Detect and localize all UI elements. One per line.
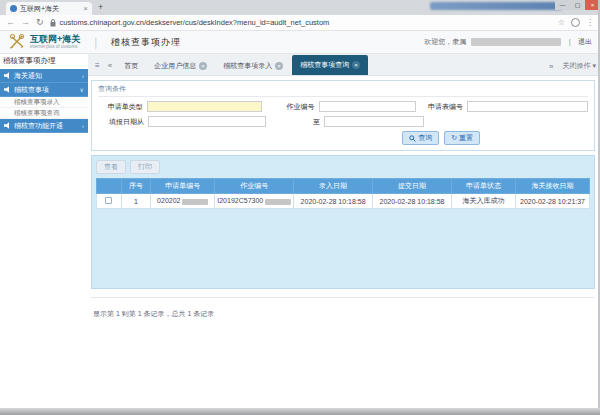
- sidebar-subitem-audit-entry[interactable]: 稽核查事项录入: [0, 97, 88, 108]
- profile-avatar-icon[interactable]: [571, 18, 580, 27]
- minimize-button[interactable]: —: [555, 0, 570, 10]
- site-header: 互联网+海关 internet plus of customs ｜ 稽核查事项办…: [0, 31, 600, 54]
- job-no-label: 作业编号: [262, 102, 319, 112]
- sidebar-subitem-audit-query[interactable]: 稽核查事项查询: [0, 108, 88, 119]
- scroll-tabs-right-icon[interactable]: »: [546, 62, 556, 71]
- column-header: 录入日期: [294, 179, 373, 194]
- date-from-label: 填报日期从: [98, 117, 148, 127]
- browser-tab-title: 互联网+海关: [20, 4, 80, 14]
- view-button[interactable]: 查看: [96, 160, 126, 174]
- apply-no-input[interactable]: [467, 101, 588, 112]
- search-button[interactable]: 查询: [402, 131, 439, 145]
- redacted-titlebar-area: [430, 2, 562, 10]
- maximize-button[interactable]: ▢: [570, 0, 585, 10]
- sidebar-item-customs-notice[interactable]: 海关通知 ‹: [0, 69, 88, 83]
- tab-label: 企业用户信息: [154, 61, 196, 71]
- search-icon: [409, 135, 416, 142]
- form-buttons: 查询 ↻ 重置: [98, 131, 588, 145]
- sidebar-item-audit-function-open[interactable]: 稽核查功能开通 ‹: [0, 119, 88, 133]
- table-row: 1 020202 I20192C57300 2020-02-28 10:18:5…: [97, 194, 590, 209]
- scroll-tabs-left-icon[interactable]: «: [105, 61, 115, 75]
- tab-label: 稽核查事项录入: [223, 61, 272, 71]
- cell-seq: 1: [121, 194, 151, 209]
- tab-close-icon[interactable]: ×: [352, 61, 360, 69]
- reload-icon[interactable]: ↻: [36, 18, 44, 27]
- cell-receive-date: 2020-02-28 10:21:37: [516, 194, 590, 209]
- job-no-input[interactable]: [319, 101, 417, 112]
- sidebar-title: 稽核查事项办理: [0, 54, 88, 69]
- browser-window: 互联网+海关 × + — ▢ × ← → ↻ customs.chinaport…: [0, 0, 600, 415]
- column-header: 提交日期: [373, 179, 452, 194]
- sidebar-item-label: 稽核查事项: [14, 85, 49, 95]
- cell-apply-no: 020202: [151, 194, 215, 209]
- workspace-tabbar: ≡ « 首页 企业用户信息 × 稽核查事项录入 × 稽核查事项查询 ×: [88, 54, 600, 76]
- redacted-username: [471, 38, 561, 46]
- tab-label: 稽核查事项查询: [300, 60, 349, 70]
- redacted-value: [182, 199, 208, 205]
- print-button[interactable]: 打印: [130, 160, 160, 174]
- pagination-text: 显示第 1 到第 1 条记录，总共 1 条记录: [93, 310, 214, 317]
- lock-icon: [50, 19, 56, 27]
- browser-tab[interactable]: 互联网+海关 ×: [6, 2, 92, 15]
- cell-job-no: I20192C57300: [215, 194, 294, 209]
- logout-button[interactable]: 退出: [578, 37, 592, 47]
- date-from-input[interactable]: [148, 116, 266, 127]
- table-actions: 查看 打印: [96, 160, 590, 174]
- tab-close-icon[interactable]: ×: [199, 62, 207, 70]
- apply-type-input[interactable]: [147, 101, 262, 112]
- sidebar-item-audit-items[interactable]: 稽核查事项 ∨: [0, 83, 88, 97]
- reset-button-label: 重置: [459, 133, 473, 143]
- results-table: 序号 申请单编号 作业编号 录入日期 提交日期 申请单状态 海关接收日期 1: [96, 178, 590, 209]
- kebab-menu-icon[interactable]: ⋮: [586, 18, 594, 27]
- close-operations-dropdown[interactable]: 关闭操作 ▾: [563, 61, 596, 71]
- checkbox-column-header: [97, 179, 122, 194]
- sidebar-item-label: 海关通知: [14, 71, 42, 81]
- new-tab-button[interactable]: +: [98, 2, 103, 12]
- customs-logo-icon: [8, 33, 26, 51]
- logo-title: 互联网+海关: [30, 35, 80, 44]
- tab-audit-entry[interactable]: 稽核查事项录入 ×: [216, 57, 290, 75]
- megaphone-icon: [4, 122, 11, 129]
- customs-logo: 互联网+海关 internet plus of customs: [8, 33, 80, 51]
- tab-close-icon[interactable]: ×: [275, 62, 283, 70]
- column-header: 申请单编号: [151, 179, 215, 194]
- chevron-down-icon: ∨: [80, 86, 84, 93]
- browser-tabstrip: 互联网+海关 × + — ▢ ×: [0, 0, 600, 15]
- logo-subtitle: internet plus of customs: [30, 44, 80, 49]
- welcome-divider: ｜: [566, 37, 573, 47]
- sidebar: 稽核查事项办理 海关通知 ‹ 稽核查事项 ∨ 稽核查事项录入 稽核查事项查询: [0, 54, 88, 406]
- back-icon[interactable]: ←: [6, 18, 15, 27]
- welcome-text: 欢迎您，隶属: [424, 37, 466, 47]
- refresh-icon: ↻: [451, 134, 457, 142]
- tab-audit-query[interactable]: 稽核查事项查询 ×: [292, 55, 368, 75]
- sidebar-subitem-label: 稽核查事项录入: [14, 98, 60, 107]
- page-content: 稽核查事项办理 海关通知 ‹ 稽核查事项 ∨ 稽核查事项录入 稽核查事项查询: [0, 54, 600, 406]
- header-divider: ｜: [90, 35, 101, 50]
- query-section-title: 查询条件: [98, 84, 588, 97]
- tab-enterprise-user-info[interactable]: 企业用户信息 ×: [147, 57, 214, 75]
- row-checkbox[interactable]: [105, 197, 112, 204]
- pagination-footer: 显示第 1 到第 1 条记录，总共 1 条记录: [91, 297, 595, 324]
- site-favicon-icon: [10, 5, 17, 12]
- url-field[interactable]: customs.chinaport.gov.cn/deskserver/cus/…: [50, 18, 552, 27]
- window-bottom-edge: [0, 408, 600, 415]
- apply-no-text: 020202: [157, 197, 180, 204]
- reset-button[interactable]: ↻ 重置: [444, 131, 480, 145]
- main-area: ≡ « 首页 企业用户信息 × 稽核查事项录入 × 稽核查事项查询 ×: [88, 54, 600, 406]
- sidebar-item-label: 稽核查功能开通: [14, 121, 63, 131]
- page-title: 稽核查事项办理: [111, 36, 181, 49]
- tab-close-icon[interactable]: ×: [83, 5, 88, 13]
- bookmark-star-icon[interactable]: ☆: [558, 18, 565, 27]
- search-button-label: 查询: [418, 133, 432, 143]
- forward-icon[interactable]: →: [21, 18, 30, 27]
- form-row-1: 申请单类型 作业编号 申请表编号: [98, 101, 588, 112]
- column-header: 海关接收日期: [516, 179, 590, 194]
- date-to-input[interactable]: [324, 116, 424, 127]
- cell-submit-date: 2020-02-28 10:18:58: [373, 194, 452, 209]
- tab-home[interactable]: 首页: [117, 57, 145, 75]
- apply-type-label: 申请单类型: [98, 102, 147, 112]
- window-controls: — ▢ ×: [555, 0, 600, 10]
- menu-icon[interactable]: ≡: [92, 61, 103, 75]
- tab-label: 首页: [124, 61, 138, 71]
- job-no-text: I20192C57300: [217, 197, 263, 204]
